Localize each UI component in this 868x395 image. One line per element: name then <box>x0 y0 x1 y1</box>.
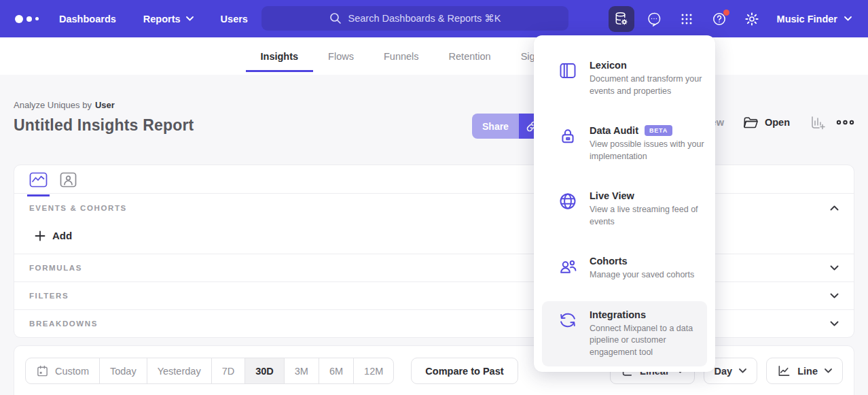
lexicon-book-icon <box>558 61 577 80</box>
tab-flows[interactable]: Flows <box>313 37 369 75</box>
events-view-tab[interactable] <box>29 172 48 196</box>
chevron-down-icon[interactable] <box>830 265 839 271</box>
range-custom[interactable]: Custom <box>26 358 99 383</box>
report-body: Analyze Uniques byUser Untitled Insights… <box>0 100 868 395</box>
dropdown-item-text: Cohorts Manage your saved cohorts <box>590 256 710 281</box>
compare-to-past-button[interactable]: Compare to Past <box>411 358 518 384</box>
dropdown-item-text: Live View View a live streaming feed of … <box>590 190 710 228</box>
folder-icon <box>743 116 759 129</box>
range-3m[interactable]: 3M <box>284 358 319 383</box>
top-navbar: Dashboards Reports Users Search Dashboar… <box>0 0 868 37</box>
ellipsis-icon <box>836 120 854 125</box>
calendar-icon <box>36 364 49 377</box>
tab-retention[interactable]: Retention <box>434 37 506 75</box>
subtitle-entity[interactable]: User <box>95 100 115 110</box>
nav-dashboards[interactable]: Dashboards <box>59 14 116 24</box>
project-selector[interactable]: Music Finder <box>777 14 852 24</box>
range-yesterday[interactable]: Yesterday <box>147 358 211 383</box>
section-label: EVENTS & COHORTS <box>29 204 127 212</box>
search-input[interactable]: Search Dashboards & Reports ⌘K <box>261 6 568 31</box>
chevron-down-icon <box>825 368 832 373</box>
dropdown-item-title: Integrations <box>590 309 710 320</box>
chart-type-select[interactable]: Line <box>766 358 843 384</box>
range-today[interactable]: Today <box>99 358 147 383</box>
users-view-tab[interactable] <box>60 172 77 196</box>
share-button[interactable]: Share <box>472 114 519 139</box>
grid-dots-icon <box>679 12 694 27</box>
line-chart-tab-icon <box>29 172 48 188</box>
events-cohorts-header[interactable]: EVENTS & COHORTS <box>14 194 854 222</box>
line-chart-icon <box>777 364 791 377</box>
section-label: FILTERS <box>29 292 69 300</box>
range-12m[interactable]: 12M <box>353 358 393 383</box>
nav-users[interactable]: Users <box>221 14 248 24</box>
query-view-tabs <box>14 165 854 193</box>
navbar-icon-group <box>609 6 765 32</box>
logo-dot <box>35 17 39 20</box>
nav-reports[interactable]: Reports <box>143 14 194 24</box>
dropdown-item-title: Live View <box>590 190 710 201</box>
dropdown-item-title: Cohorts <box>590 256 710 267</box>
notification-dot <box>723 10 729 16</box>
lock-icon <box>558 126 577 145</box>
open-report-button[interactable]: Open <box>743 116 790 129</box>
date-range-segmented-control: Custom Today Yesterday 7D 30D 3M 6M 12M <box>25 358 394 384</box>
filters-section-header[interactable]: FILTERS <box>14 281 854 309</box>
dropdown-item-description: Connect Mixpanel to a data pipeline or c… <box>590 323 710 359</box>
chevron-down-icon <box>739 368 746 373</box>
section-label: FORMULAS <box>29 264 82 272</box>
data-management-button[interactable] <box>609 6 634 32</box>
feedback-button[interactable] <box>641 6 667 32</box>
help-button[interactable] <box>706 6 732 32</box>
breakdowns-section-header[interactable]: BREAKDOWNS <box>14 309 854 337</box>
dropdown-item-title: Data Audit BETA <box>590 125 710 136</box>
dropdown-item-integrations[interactable]: Integrations Connect Mixpanel to a data … <box>542 301 707 367</box>
person-tab-icon <box>60 172 77 188</box>
nav-reports-label: Reports <box>143 14 181 24</box>
data-management-dropdown: Lexicon Document and transform your even… <box>534 35 715 372</box>
database-gear-icon <box>613 11 629 27</box>
dropdown-item-title-text: Data Audit <box>590 125 638 136</box>
range-6m[interactable]: 6M <box>319 358 353 383</box>
speech-bubble-icon <box>646 11 662 27</box>
add-label: Add <box>52 230 72 241</box>
apps-grid-button[interactable] <box>674 6 700 32</box>
chevron-up-icon[interactable] <box>830 205 839 211</box>
chevron-down-icon[interactable] <box>830 321 839 326</box>
dropdown-item-data-audit[interactable]: Data Audit BETA View possible issues wit… <box>542 117 707 171</box>
date-controls-card: Custom Today Yesterday 7D 30D 3M 6M 12M … <box>14 345 854 395</box>
globe-icon <box>558 192 577 211</box>
events-cohorts-section: EVENTS & COHORTS Add <box>14 193 854 254</box>
range-label: Custom <box>55 366 89 377</box>
add-to-dashboard-button[interactable] <box>810 115 825 130</box>
dropdown-item-live-view[interactable]: Live View View a live streaming feed of … <box>542 182 707 236</box>
more-options-button[interactable] <box>836 120 854 125</box>
logo-dot <box>26 16 32 22</box>
dropdown-item-text: Integrations Connect Mixpanel to a data … <box>590 309 710 359</box>
chevron-down-icon[interactable] <box>830 293 839 298</box>
open-label: Open <box>765 117 790 128</box>
range-7d[interactable]: 7D <box>211 358 245 383</box>
formulas-section-header[interactable]: FORMULAS <box>14 254 854 281</box>
range-30d[interactable]: 30D <box>245 358 284 383</box>
logo-dot <box>15 15 23 23</box>
mixpanel-logo[interactable] <box>15 15 39 23</box>
dropdown-item-title: Lexicon <box>590 60 710 71</box>
gear-icon <box>744 11 760 27</box>
add-event-button[interactable]: Add <box>14 222 854 254</box>
subtitle-prefix: Analyze Uniques by <box>14 100 92 110</box>
sync-arrows-icon <box>558 311 577 330</box>
chart-type-value: Line <box>797 366 818 377</box>
query-builder-card: EVENTS & COHORTS Add FORMULAS FILTERS BR… <box>14 165 854 338</box>
plus-icon <box>35 230 46 241</box>
primary-nav: Dashboards Reports Users <box>59 14 248 24</box>
dropdown-item-description: Manage your saved cohorts <box>590 269 710 281</box>
dropdown-item-cohorts[interactable]: Cohorts Manage your saved cohorts <box>542 247 707 290</box>
dropdown-item-description: Document and transform your events and p… <box>590 73 710 97</box>
dropdown-item-lexicon[interactable]: Lexicon Document and transform your even… <box>542 52 707 105</box>
report-tabbar: Insights Flows Funnels Retention Signal … <box>0 37 868 75</box>
dropdown-item-description: View a live streaming feed of events <box>590 204 710 228</box>
settings-button[interactable] <box>739 6 765 32</box>
tab-funnels[interactable]: Funnels <box>369 37 434 75</box>
tab-insights[interactable]: Insights <box>246 37 314 75</box>
